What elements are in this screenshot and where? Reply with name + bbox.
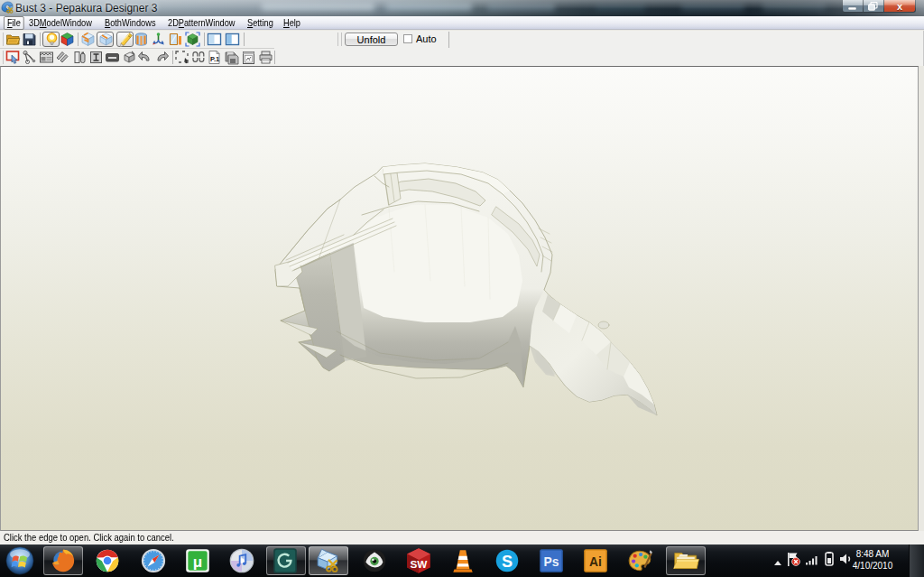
svg-text:SW: SW [411,558,429,570]
svg-text:Ps: Ps [544,554,559,569]
svg-text:S: S [502,553,513,571]
svg-text:P.1: P.1 [210,55,219,63]
svg-text:Ai: Ai [589,554,602,569]
svg-text:μ: μ [193,554,202,571]
